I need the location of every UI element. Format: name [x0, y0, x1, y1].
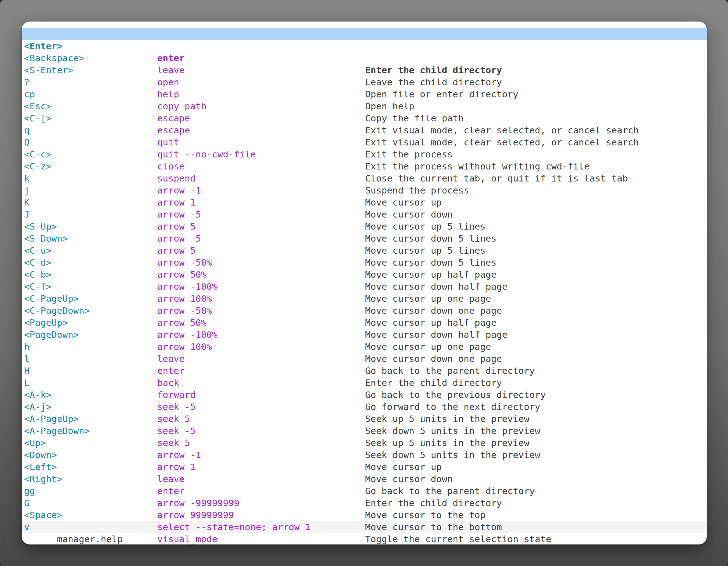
keybinding-row[interactable]: <S-Down> arrow 5 Move cursor down 5 line… — [22, 221, 707, 233]
keybinding-row[interactable]: <Enter> enter Enter the child directory — [22, 28, 707, 40]
keybinding-row[interactable]: <A-j> seek 5 Seek down 5 units in the pr… — [22, 389, 707, 401]
keybinding-row[interactable]: <Right> enter Enter the child directory — [22, 461, 707, 473]
keybinding-row[interactable]: gg arrow -99999999 Move cursor to the to… — [22, 473, 707, 485]
keybinding-row[interactable]: <PageDown> arrow 100% Move cursor down o… — [22, 317, 707, 329]
keybinding-row[interactable]: k arrow -1 Move cursor up — [22, 161, 707, 173]
keybinding-row[interactable]: K arrow -5 Move cursor up 5 lines — [22, 185, 707, 197]
keybinding-row[interactable]: H back Go back to the previous directory — [22, 353, 707, 365]
status-bar: manager.help — [22, 521, 707, 533]
keybinding-row[interactable]: j arrow 1 Move cursor down — [22, 173, 707, 185]
keybinding-row[interactable]: <C-d> arrow 50% Move cursor down half pa… — [22, 245, 707, 257]
keybinding-row[interactable]: <Down> arrow 1 Move cursor down — [22, 437, 707, 449]
keybinding-command: visual_mode — [157, 533, 217, 544]
keybinding-row[interactable]: <S-Enter> open Open file or enter direct… — [22, 52, 707, 64]
keybinding-row[interactable]: <C-b> arrow -100% Move cursor up one pag… — [22, 257, 707, 269]
keybinding-row[interactable]: <C-PageDown> arrow 50% Move cursor down … — [22, 293, 707, 305]
keybinding-row[interactable]: <A-PageUp> seek -5 Seek up 5 units in th… — [22, 401, 707, 413]
keybinding-row[interactable]: <Space> select --state=none; arrow 1 Tog… — [22, 497, 707, 509]
keybinding-row[interactable]: l enter Enter the child directory — [22, 341, 707, 353]
keybinding-row[interactable]: G arrow 99999999 Move cursor to the bott… — [22, 485, 707, 497]
keybinding-row[interactable]: ? help Open help — [22, 64, 707, 76]
keybinding-row[interactable]: <PageUp> arrow -100% Move cursor up one … — [22, 305, 707, 317]
keybinding-row[interactable]: <A-PageDown> seek 5 Seek down 5 units in… — [22, 413, 707, 425]
keybinding-description: Toggle the current selection state — [365, 533, 551, 544]
keybinding-row[interactable]: <Left> leave Go back to the parent direc… — [22, 449, 707, 461]
keybinding-row[interactable]: J arrow 5 Move cursor down 5 lines — [22, 197, 707, 209]
keybinding-row[interactable]: Q quit --no-cwd-file Exit the process wi… — [22, 125, 707, 137]
keybinding-row[interactable]: <C-z> suspend Suspend the process — [22, 149, 707, 161]
keybinding-row[interactable]: cp copy path Copy the file path — [22, 76, 707, 88]
keybinding-row[interactable]: <C-PageUp> arrow -50% Move cursor up hal… — [22, 281, 707, 293]
desktop-background: <Enter> enter Enter the child directory … — [0, 0, 728, 566]
keybinding-list: <Enter> enter Enter the child directory … — [22, 28, 707, 521]
keybinding-row[interactable]: L forward Go forward to the next directo… — [22, 365, 707, 377]
keybinding-row[interactable]: <Up> arrow -1 Move cursor up — [22, 425, 707, 437]
keybinding-row[interactable]: <C-c> close Close the current tab, or qu… — [22, 137, 707, 149]
help-window: <Enter> enter Enter the child directory … — [22, 22, 707, 544]
keybinding-row[interactable]: <C-u> arrow -50% Move cursor up half pag… — [22, 233, 707, 245]
help-layer-label: manager.help — [57, 534, 123, 544]
keybinding-row[interactable]: <C-[> escape Exit visual mode, clear sel… — [22, 100, 707, 112]
keybinding-description: Move cursor to the bottom — [365, 521, 502, 533]
keybinding-row[interactable]: <Esc> escape Exit visual mode, clear sel… — [22, 88, 707, 100]
keybinding-row[interactable]: <A-k> seek -5 Seek up 5 units in the pre… — [22, 377, 707, 389]
keybinding-row[interactable]: <S-Up> arrow -5 Move cursor up 5 lines — [22, 209, 707, 221]
keybinding-row[interactable]: <C-f> arrow 100% Move cursor down one pa… — [22, 269, 707, 281]
keybinding-command: select --state=none; arrow 1 — [157, 521, 311, 533]
keybinding-row[interactable]: q quit Exit the process — [22, 112, 707, 125]
keybinding-row[interactable]: h leave Go back to the parent directory — [22, 329, 707, 341]
keybinding-row[interactable]: <Backspace> leave Leave the child direct… — [22, 40, 707, 52]
keybinding-row[interactable]: v visual_mode Enter visual mode (selecti… — [22, 509, 707, 521]
keybinding-key: v — [24, 521, 30, 533]
